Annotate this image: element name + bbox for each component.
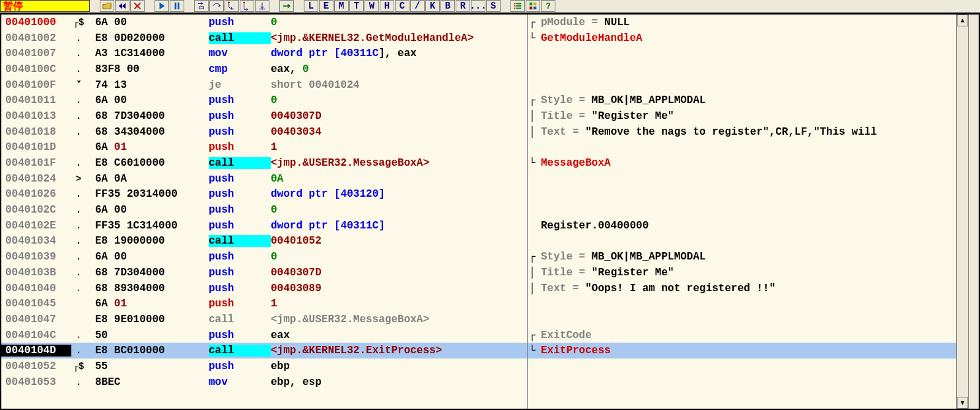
- rewind-icon[interactable]: [115, 0, 129, 12]
- bytes: 8BEC: [95, 376, 209, 388]
- disasm-row[interactable]: 00401018.68 34304000push00403034: [1, 124, 527, 140]
- bracket-icon: [528, 220, 537, 232]
- close-icon[interactable]: [130, 0, 145, 12]
- scrollbar-vertical[interactable]: ▲ ▼: [956, 15, 968, 409]
- comment-row[interactable]: │Title = "Register Me": [528, 108, 956, 124]
- window-button-e[interactable]: E: [319, 0, 333, 12]
- disasm-row[interactable]: 0040102E.FF35 1C314000pushdword ptr [403…: [1, 218, 527, 234]
- bracket-icon: │: [528, 126, 537, 138]
- comment-row[interactable]: └ExitProcess: [528, 343, 956, 359]
- window-button-c[interactable]: C: [395, 0, 409, 12]
- disasm-row[interactable]: 004010456A 01push1: [1, 296, 527, 312]
- comment-row[interactable]: [528, 77, 956, 93]
- operands: 0: [271, 251, 527, 263]
- comment-row[interactable]: [528, 202, 956, 218]
- execute-till-return-icon[interactable]: [255, 0, 269, 12]
- disasm-row[interactable]: 0040104C.50pusheax: [1, 327, 527, 343]
- goto-icon[interactable]: [279, 0, 294, 12]
- window-button-m[interactable]: M: [334, 0, 349, 12]
- window-button-b[interactable]: B: [440, 0, 455, 12]
- window-button-t[interactable]: T: [349, 0, 364, 12]
- open-icon[interactable]: [100, 0, 114, 12]
- disasm-row[interactable]: 00401026.FF35 20314000pushdword ptr [403…: [1, 187, 527, 203]
- list-icon[interactable]: [510, 0, 525, 12]
- window-button-l[interactable]: L: [304, 0, 318, 12]
- disasm-row[interactable]: 00401002.E8 0D020000call<jmp.&KERNEL32.G…: [1, 30, 527, 46]
- disasm-row[interactable]: 00401052┌$55pushebp: [1, 359, 527, 374]
- comment-row[interactable]: │Title = "Register Me": [528, 265, 956, 281]
- comment-row[interactable]: │Text = "Oops! I am not registered !!": [528, 281, 956, 296]
- mnemonic: push: [209, 126, 271, 138]
- comment-row[interactable]: [528, 374, 956, 390]
- trace-into-icon[interactable]: [225, 0, 239, 12]
- scroll-down-icon[interactable]: ▼: [957, 397, 968, 409]
- window-button-s[interactable]: S: [486, 0, 501, 12]
- window-button-/[interactable]: /: [410, 0, 425, 12]
- help-icon[interactable]: ?: [541, 0, 555, 12]
- disasm-row[interactable]: 00401011.6A 00push0: [1, 92, 527, 108]
- comment-row[interactable]: Register.00400000: [528, 218, 956, 234]
- bracket-icon: ┌: [528, 329, 537, 341]
- disasm-row[interactable]: 00401000┌$6A 00push0: [1, 15, 527, 30]
- bytes: 6A 01: [95, 298, 209, 310]
- svg-rect-2: [260, 9, 265, 9]
- disasm-row[interactable]: 0040101D6A 01push1: [1, 140, 527, 156]
- disasm-row[interactable]: 0040101F.E8 C6010000call<jmp.&USER32.Mes…: [1, 155, 527, 171]
- comment-row[interactable]: [528, 140, 956, 156]
- toolbar-group-file: [99, 0, 145, 12]
- disasm-row[interactable]: 00401047E8 9E010000call<jmp.&USER32.Mess…: [1, 312, 527, 327]
- disasm-row[interactable]: 00401013.68 7D304000push0040307D: [1, 108, 527, 124]
- comment-row[interactable]: ┌ExitCode: [528, 327, 956, 343]
- window-button-k[interactable]: K: [425, 0, 440, 12]
- comment-row[interactable]: [528, 234, 956, 250]
- comment-row[interactable]: ┌Style = MB_OK|MB_APPLMODAL: [528, 92, 956, 108]
- disasm-row[interactable]: 00401007.A3 1C314000movdword ptr [40311C…: [1, 46, 527, 61]
- mnemonic: mov: [209, 48, 271, 59]
- trace-over-icon[interactable]: [240, 0, 254, 12]
- window-button-r[interactable]: R: [456, 0, 470, 12]
- disasm-row[interactable]: 00401053.8BECmovebp, esp: [1, 374, 527, 390]
- step-over-icon[interactable]: [209, 0, 224, 12]
- grid-icon[interactable]: [526, 0, 540, 12]
- window-button-w[interactable]: W: [365, 0, 379, 12]
- window-button-...[interactable]: ...: [471, 0, 485, 12]
- comment-row[interactable]: [528, 359, 956, 374]
- comment-text: Register.00400000: [537, 220, 648, 232]
- operands: 0040307D: [271, 267, 527, 279]
- disasm-row[interactable]: 00401039.6A 00push0: [1, 249, 527, 265]
- comment-row[interactable]: │Text = "Remove the nags to register",CR…: [528, 124, 956, 140]
- comment-row[interactable]: └MessageBoxA: [528, 155, 956, 171]
- comment-row[interactable]: [528, 312, 956, 327]
- comment-row[interactable]: ┌pModule = NULL: [528, 15, 956, 30]
- mnemonic: call: [209, 314, 271, 325]
- pause-icon[interactable]: [170, 0, 184, 12]
- comment-row[interactable]: [528, 61, 956, 77]
- disassembly-panel[interactable]: 00401000┌$6A 00push000401002.E8 0D020000…: [1, 15, 527, 409]
- run-icon[interactable]: [155, 0, 169, 12]
- step-into-icon[interactable]: [194, 0, 209, 12]
- operands: short 00401024: [271, 79, 527, 91]
- marker: .: [71, 205, 86, 215]
- operands: 1: [271, 141, 527, 153]
- disasm-row[interactable]: 0040102C.6A 00push0: [1, 202, 527, 218]
- bytes: 6A 00: [95, 204, 209, 216]
- disasm-row[interactable]: 00401040.68 89304000push00403089: [1, 281, 527, 296]
- comment-row[interactable]: [528, 296, 956, 312]
- comment-row[interactable]: [528, 187, 956, 203]
- comment-row[interactable]: [528, 171, 956, 187]
- scroll-up-icon[interactable]: ▲: [957, 15, 968, 26]
- disasm-row[interactable]: 0040103B.68 7D304000push0040307D: [1, 265, 527, 281]
- comment-row[interactable]: └GetModuleHandleA: [528, 30, 956, 46]
- disasm-row[interactable]: 0040104D.E8 BC010000call<jmp.&KERNEL32.E…: [1, 343, 527, 359]
- disasm-row[interactable]: 00401034.E8 19000000call00401052: [1, 234, 527, 250]
- scroll-thumb[interactable]: [957, 26, 968, 397]
- comment-row[interactable]: ┌Style = MB_OK|MB_APPLMODAL: [528, 249, 956, 265]
- comment-row[interactable]: [528, 46, 956, 61]
- comments-panel[interactable]: ┌pModule = NULL└GetModuleHandleA┌Style =…: [527, 15, 956, 409]
- disasm-row[interactable]: 0040100F˅74 13jeshort 00401024: [1, 77, 527, 93]
- address: 0040101F: [1, 157, 71, 169]
- disasm-row[interactable]: 0040100C.83F8 00cmpeax, 0: [1, 61, 527, 77]
- disasm-row[interactable]: 00401024>6A 0Apush0A: [1, 171, 527, 187]
- address: 00401007: [1, 48, 71, 59]
- window-button-h[interactable]: H: [380, 0, 394, 12]
